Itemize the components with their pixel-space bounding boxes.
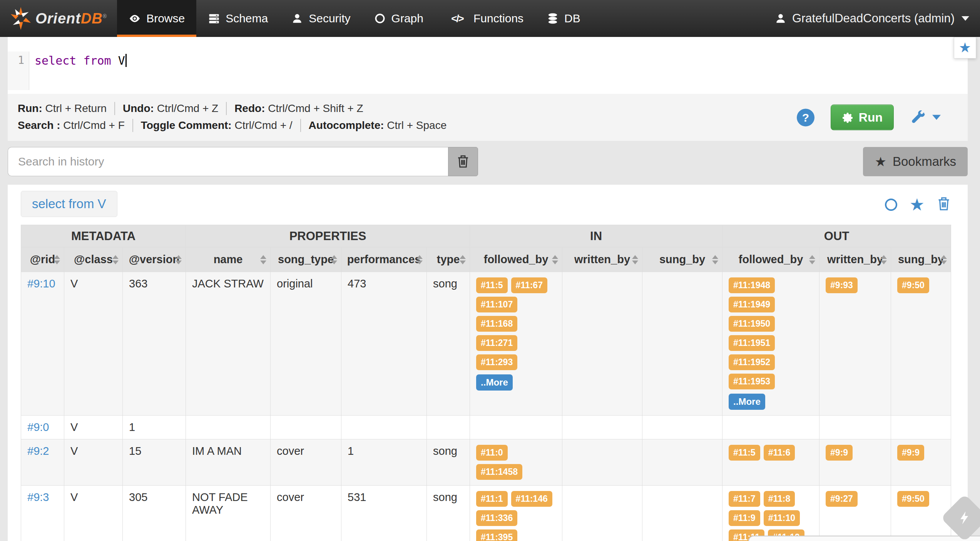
rid-badge[interactable]: #9:50 <box>897 491 929 507</box>
nav-item-browse[interactable]: Browse <box>117 0 196 37</box>
rid-badge[interactable]: #11:1948 <box>729 277 775 293</box>
code-icon: </> <box>447 12 468 25</box>
column-header-in-written-by[interactable]: written_by <box>562 247 642 272</box>
rid-badge[interactable]: #11:8 <box>764 491 795 507</box>
more-button[interactable]: ..More <box>729 394 765 410</box>
rid-badge[interactable]: #11:1458 <box>476 464 522 480</box>
cell-in_written_by <box>562 486 642 541</box>
rid-badge[interactable]: #11:0 <box>476 445 508 461</box>
search-history-input[interactable] <box>8 147 448 176</box>
cell-in_sung_by <box>642 439 722 486</box>
column-header-out-followed-by[interactable]: followed_by <box>722 247 819 272</box>
column-header-rid[interactable]: @rid <box>21 247 64 272</box>
rid-badge[interactable]: #11:271 <box>476 335 517 351</box>
graph-view-button[interactable] <box>885 199 897 211</box>
cell-in_written_by <box>562 439 642 486</box>
nav-item-schema[interactable]: Schema <box>196 0 279 37</box>
lightning-icon <box>957 510 972 526</box>
rid-badge[interactable]: #11:9 <box>729 510 760 526</box>
rid-badge[interactable]: #9:9 <box>897 445 924 461</box>
cell-performances: 1 <box>341 439 427 486</box>
rid-badge[interactable]: #11:1 <box>476 491 508 507</box>
column-header-version[interactable]: @version <box>123 247 186 272</box>
nav-item-security[interactable]: Security <box>279 0 362 37</box>
query-result-tab[interactable]: select from V <box>21 191 117 217</box>
group-metadata: METADATA <box>21 225 186 247</box>
record-link[interactable]: #9:10 <box>27 277 55 290</box>
delete-result-button[interactable] <box>937 196 951 213</box>
column-header-name[interactable]: name <box>186 247 271 272</box>
cell-class: V <box>64 486 123 541</box>
column-header-out-written-by[interactable]: written_by <box>819 247 891 272</box>
rid-badge[interactable]: #11:1951 <box>729 335 775 351</box>
rid-badge[interactable]: #11:67 <box>511 277 547 293</box>
more-button[interactable]: ..More <box>476 374 513 391</box>
history-row: ★ Bookmarks <box>8 147 968 176</box>
group-header-row: METADATA PROPERTIES IN OUT <box>21 225 951 247</box>
cell-out_followed_by <box>722 416 819 439</box>
group-in: IN <box>470 225 722 247</box>
shortcut-keys: Ctrl/Cmd + / <box>232 119 293 131</box>
record-link[interactable]: #9:3 <box>27 491 49 503</box>
run-button[interactable]: Run <box>831 105 894 130</box>
rid-badge[interactable]: #11:293 <box>476 354 517 370</box>
nav-item-label: Graph <box>391 12 423 25</box>
column-header-in-followed-by[interactable]: followed_by <box>470 247 562 272</box>
rid-badge[interactable]: #9:9 <box>826 445 853 461</box>
cell-name: NOT FADE AWAY <box>186 486 271 541</box>
column-header-class[interactable]: @class <box>64 247 123 272</box>
cell-class: V <box>64 439 123 486</box>
cell-in_written_by <box>562 272 642 416</box>
editor-code[interactable]: select from V <box>29 52 968 90</box>
table-row: #9:0V1 <box>21 416 951 439</box>
query-editor[interactable]: 1 select from V <box>8 37 968 94</box>
orientdb-logo[interactable]: OrientDB® <box>0 0 117 37</box>
nav-item-functions[interactable]: </> Functions <box>435 0 535 37</box>
rid-badge[interactable]: #11:5 <box>476 277 508 293</box>
cell-in_written_by <box>562 416 642 439</box>
results-table: METADATA PROPERTIES IN OUT @rid @class @… <box>21 225 951 541</box>
query-result-card: select from V ★ METADATA PROPERTIES IN O… <box>8 185 968 541</box>
user-icon <box>291 12 303 25</box>
bookmarks-button[interactable]: ★ Bookmarks <box>863 147 968 176</box>
rid-badge[interactable]: #11:146 <box>511 491 552 507</box>
column-header-performances[interactable]: performances <box>341 247 427 272</box>
rid-badge[interactable]: #11:336 <box>476 510 517 526</box>
bookmark-query-button[interactable]: ★ <box>954 37 976 58</box>
column-header-song-type[interactable]: song_type <box>271 247 341 272</box>
shortcut-label: Toggle Comment: <box>141 119 232 131</box>
shortcut-label: Run: <box>18 102 42 114</box>
nav-item-db[interactable]: DB <box>535 0 592 37</box>
shortcut-keys: Ctrl/Cmd + Z <box>154 102 218 114</box>
cell-rid: #9:2 <box>21 439 64 486</box>
clear-history-button[interactable] <box>448 147 478 176</box>
record-link[interactable]: #9:2 <box>27 445 49 457</box>
rid-badge[interactable]: #9:50 <box>897 277 929 293</box>
shortcut-keys: Ctrl/Cmd + F <box>60 119 125 131</box>
settings-dropdown[interactable] <box>910 109 941 125</box>
rid-badge[interactable]: #11:7 <box>729 491 760 507</box>
rid-badge[interactable]: #11:6 <box>764 445 795 461</box>
rid-badge[interactable]: #9:27 <box>826 491 858 507</box>
cell-song_type <box>271 416 341 439</box>
rid-badge[interactable]: #11:168 <box>476 316 517 332</box>
column-header-in-sung-by[interactable]: sung_by <box>642 247 722 272</box>
rid-badge[interactable]: #11:1949 <box>729 297 775 312</box>
rid-badge[interactable]: #11:395 <box>476 529 517 541</box>
column-header-type[interactable]: type <box>427 247 470 272</box>
rid-badge[interactable]: #11:10 <box>764 510 800 526</box>
bookmarks-button-label: Bookmarks <box>893 154 956 169</box>
column-header-out-sung-by[interactable]: sung_by <box>891 247 951 272</box>
nav-item-graph[interactable]: Graph <box>362 0 435 37</box>
record-link[interactable]: #9:0 <box>27 421 49 433</box>
rid-badge[interactable]: #9:93 <box>826 277 858 293</box>
rid-badge[interactable]: #11:1952 <box>729 354 775 370</box>
rid-badge[interactable]: #11:107 <box>476 297 517 312</box>
rid-badge[interactable]: #11:5 <box>729 445 760 461</box>
rid-badge[interactable]: #11:1950 <box>729 316 775 332</box>
rid-badge[interactable]: #11:1953 <box>729 374 775 389</box>
bookmark-result-button[interactable]: ★ <box>910 196 925 213</box>
nav-item-label: Schema <box>226 12 268 25</box>
help-button[interactable]: ? <box>797 109 814 126</box>
user-menu[interactable]: GratefulDeadConcerts (admin) <box>764 0 980 37</box>
